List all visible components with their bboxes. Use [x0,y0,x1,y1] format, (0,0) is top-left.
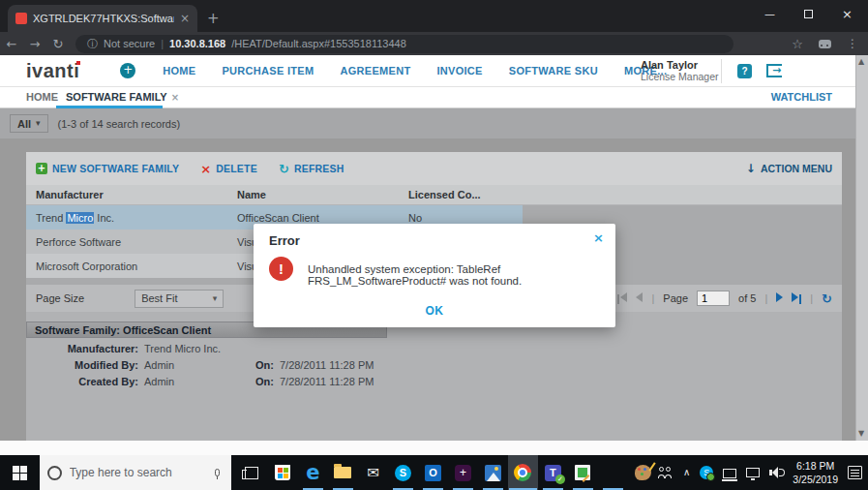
app-box-icon[interactable] [598,455,628,490]
next-page-icon[interactable] [776,292,783,304]
modified-by-label: Modified By: [26,359,138,371]
page-size-dropdown[interactable]: Best Fit ▾ [135,290,224,308]
page-number-input[interactable] [697,291,730,306]
taskbar-clock[interactable]: 6:18 PM 3/25/2019 [793,459,838,486]
image-editor-icon[interactable] [568,455,598,490]
action-menu-button[interactable]: ↓ ACTION MENU [746,163,832,174]
nav-software-sku[interactable]: SOFTWARE SKU [509,65,598,77]
teams-icon[interactable]: T✓ [538,455,568,490]
bookmark-star-icon[interactable]: ☆ [792,38,803,50]
start-button[interactable] [0,455,40,490]
extension-icon[interactable] [819,40,831,48]
manufacturer-label: Manufacturer: [26,343,138,354]
nav-home[interactable]: HOME [163,65,195,77]
edge-icon[interactable]: e [298,455,328,490]
speaker-icon[interactable] [769,467,783,478]
browser-tab[interactable]: XGTRLDEK77HTKXS:Software Fam × [8,5,197,32]
find-highlight: Micro [66,212,94,224]
store-icon[interactable] [268,455,298,490]
user-menu[interactable]: Alan Taylor License Manager [610,59,719,82]
avatar-icon [610,60,631,81]
divider: | [764,292,767,304]
clock-date: 3/25/2019 [793,473,838,486]
skype-icon[interactable]: S [388,455,418,490]
cell-manufacturer: Perforce Software [26,236,237,248]
tray-chevron-icon[interactable]: ∧ [683,468,690,477]
weather-icon[interactable] [478,455,508,490]
page-total: of 5 [738,292,756,304]
dialog-close-icon[interactable]: × [593,231,604,244]
new-tab-button[interactable]: + [207,12,220,26]
last-page-icon[interactable] [792,292,801,304]
user-role: License Manager [641,71,719,82]
prev-page-icon[interactable] [636,292,643,304]
cell-manufacturer: Trend Micro Inc. [26,212,237,224]
taskbar-search[interactable]: Type here to search [40,455,232,490]
page-label: Page [663,292,688,304]
created-on-label: On: [255,376,274,387]
windows-logo-icon [13,466,27,480]
column-manufacturer[interactable]: Manufacturer [26,189,237,200]
nav-purchase-item[interactable]: PURCHASE ITEM [222,65,314,77]
network-icon[interactable] [723,469,736,478]
ok-button[interactable]: OK [254,304,615,318]
watchlist-link[interactable]: WATCHLIST [771,91,832,103]
scope-dropdown[interactable]: All ▾ [10,114,48,133]
minimize-button[interactable]: — [764,9,775,19]
cortana-icon [47,466,62,480]
action-center-icon[interactable] [848,466,862,479]
back-icon[interactable]: ← [0,38,23,50]
browser-tab-title: XGTRLDEK77HTKXS:Software Fam [33,13,174,24]
tab-software-family[interactable]: SOFTWARE FAMILY× [66,91,179,103]
error-dialog: Error × ! Unhandled system exception: Ta… [254,224,615,327]
new-software-family-button[interactable]: + NEW SOFTWARE FAMILY [36,163,179,174]
column-name[interactable]: Name [237,189,408,200]
nav-agreement[interactable]: AGREEMENT [340,65,410,77]
quick-add-button[interactable]: + [120,63,135,78]
cell-manufacturer: Microsoft Corporation [26,260,237,272]
screen: XGTRLDEK77HTKXS:Software Fam × + — × ← →… [0,0,868,490]
file-explorer-icon[interactable] [328,455,358,490]
column-licensed[interactable]: Licensed Co... [408,189,842,200]
pinned-apps: e ✉ S O + T✓ [268,455,658,490]
people-icon[interactable] [658,467,673,478]
scroll-down-icon[interactable]: ▼ [858,430,864,438]
first-page-icon[interactable] [617,292,627,304]
mail-icon[interactable]: ✉ [358,455,388,490]
microphone-icon[interactable] [215,469,220,476]
nav-invoice[interactable]: INVOICE [436,65,482,77]
detail-panel: Software Family: OfficeScan Client Manuf… [26,312,842,441]
ivanti-logo: ivanti [26,60,79,82]
delete-button[interactable]: × DELETE [200,163,257,175]
info-icon[interactable]: ⓘ [87,39,98,49]
skype-tray-icon[interactable]: S [700,466,713,479]
logout-icon[interactable]: → [766,64,782,77]
chrome-icon[interactable] [508,455,538,490]
address-bar[interactable]: ⓘ Not secure | 10.30.8.168 /HEAT/Default… [75,35,733,53]
browser-menu-icon[interactable]: ⋮ [847,38,858,49]
display-icon[interactable] [746,468,760,477]
slack-icon[interactable]: + [448,455,478,490]
system-tray: ∧ S 6:18 PM 3/25/2019 [658,459,868,486]
page-scrollbar[interactable]: ▲ ▼ [855,55,868,441]
cell-name: OfficeScan Client [237,212,408,224]
task-view-icon[interactable] [245,467,258,479]
outlook-icon[interactable]: O [418,455,448,490]
chevron-down-icon: ▾ [213,294,218,303]
reload-icon[interactable]: ↻ [46,38,70,50]
close-window-button[interactable]: × [842,8,853,20]
tab-close-icon[interactable]: × [180,13,190,24]
url-host: 10.30.8.168 [169,38,225,49]
security-label: Not secure [104,38,155,49]
cell-licensed: No [408,212,523,224]
site-favicon-icon [15,13,27,24]
restore-button[interactable] [804,10,813,18]
tab-home[interactable]: HOME [26,91,58,103]
forward-icon[interactable]: → [23,38,46,50]
scroll-up-icon[interactable]: ▲ [858,58,864,66]
tab-software-family-close-icon[interactable]: × [171,92,179,103]
refresh-button[interactable]: ↻ REFRESH [279,163,344,175]
paint-icon[interactable] [628,455,658,490]
grid-refresh-icon[interactable]: ↻ [822,292,832,305]
help-icon[interactable]: ? [737,64,752,78]
